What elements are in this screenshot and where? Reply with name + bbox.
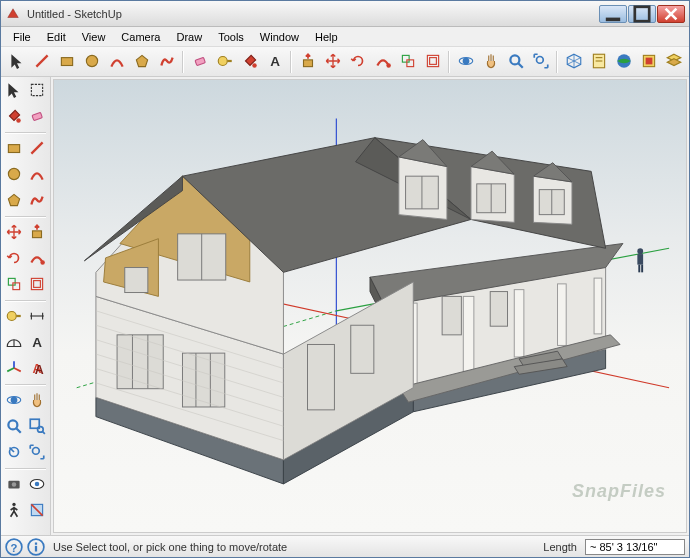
orbit-button[interactable] — [454, 50, 477, 74]
push-pull-button[interactable] — [27, 221, 49, 245]
axes-button[interactable] — [3, 357, 25, 381]
menu-window[interactable]: Window — [252, 29, 307, 45]
svg-rect-0 — [606, 17, 620, 21]
tape-measure-button[interactable] — [3, 305, 25, 329]
pan-button[interactable] — [479, 50, 502, 74]
component-button[interactable] — [637, 50, 660, 74]
text-icon: A — [266, 52, 284, 72]
toolbar-row — [3, 163, 48, 187]
info-icon[interactable] — [27, 538, 45, 556]
rotate-button[interactable] — [346, 50, 369, 74]
get-models-button[interactable] — [612, 50, 635, 74]
make-component-button[interactable] — [27, 79, 49, 103]
svg-rect-135 — [35, 542, 37, 544]
toolbar-row — [3, 305, 48, 329]
length-input[interactable] — [585, 539, 685, 555]
menu-tools[interactable]: Tools — [210, 29, 252, 45]
toolbar-row — [3, 441, 48, 465]
follow-me-button[interactable] — [371, 50, 394, 74]
window-title: Untitled - SketchUp — [27, 8, 599, 20]
paint-bucket-button[interactable] — [3, 105, 25, 129]
eraser-button[interactable] — [188, 50, 211, 74]
rectangle-button[interactable] — [3, 137, 25, 161]
line-icon — [28, 139, 46, 159]
body: AAA — [1, 77, 689, 535]
3d-text-icon: AA — [28, 359, 46, 379]
protractor-button[interactable] — [3, 331, 25, 355]
text-button[interactable]: A — [263, 50, 286, 74]
section-plane-button[interactable] — [27, 499, 49, 523]
model-info-button[interactable] — [587, 50, 610, 74]
freehand-button[interactable] — [27, 189, 49, 213]
previous-view-button[interactable] — [3, 441, 25, 465]
minimize-button[interactable] — [599, 5, 627, 23]
arc-button[interactable] — [27, 163, 49, 187]
zoom-extents-button[interactable] — [529, 50, 552, 74]
iso-view-button[interactable] — [562, 50, 585, 74]
position-camera-button[interactable] — [3, 473, 25, 497]
menu-edit[interactable]: Edit — [39, 29, 74, 45]
layers-button[interactable] — [662, 50, 685, 74]
push-pull-button[interactable] — [296, 50, 319, 74]
arc-button[interactable] — [105, 50, 128, 74]
circle-button[interactable] — [3, 163, 25, 187]
scale-button[interactable] — [3, 273, 25, 297]
offset-button[interactable] — [27, 273, 49, 297]
move-button[interactable] — [3, 221, 25, 245]
eraser-button[interactable] — [27, 105, 49, 129]
tape-measure-button[interactable] — [213, 50, 236, 74]
text-button[interactable]: A — [27, 331, 49, 355]
svg-rect-3 — [61, 57, 72, 65]
line-button[interactable] — [30, 50, 53, 74]
svg-rect-115 — [182, 353, 224, 407]
line-button[interactable] — [27, 137, 49, 161]
iso-view-icon — [565, 52, 583, 72]
help-icon[interactable]: ? — [5, 538, 23, 556]
menu-camera[interactable]: Camera — [113, 29, 168, 45]
walk-button[interactable] — [3, 499, 25, 523]
scale-button[interactable] — [396, 50, 419, 74]
follow-me-icon — [374, 52, 392, 72]
get-models-icon — [615, 52, 633, 72]
look-around-button[interactable] — [27, 473, 49, 497]
eraser-icon — [191, 52, 209, 72]
zoom-window-button[interactable] — [27, 415, 49, 439]
freehand-button[interactable] — [155, 50, 178, 74]
3d-text-button[interactable]: AA — [27, 357, 49, 381]
maximize-button[interactable] — [628, 5, 656, 23]
window-controls — [599, 5, 685, 23]
menu-help[interactable]: Help — [307, 29, 346, 45]
pan-button[interactable] — [27, 389, 49, 413]
close-button[interactable] — [657, 5, 685, 23]
orbit-button[interactable] — [3, 389, 25, 413]
viewport-3d[interactable]: SnapFiles — [53, 79, 687, 533]
zoom-button[interactable] — [504, 50, 527, 74]
zoom-extents-icon — [532, 52, 550, 72]
toolbar-left: AAA — [1, 77, 51, 535]
move-button[interactable] — [321, 50, 344, 74]
rectangle-button[interactable] — [55, 50, 78, 74]
select-arrow-button[interactable] — [5, 50, 28, 74]
follow-me-button[interactable] — [27, 247, 49, 271]
svg-rect-28 — [645, 57, 652, 64]
svg-point-68 — [35, 482, 40, 487]
offset-button[interactable] — [421, 50, 444, 74]
zoom-extents-button[interactable] — [27, 441, 49, 465]
select-arrow-button[interactable] — [3, 79, 25, 103]
circle-button[interactable] — [80, 50, 103, 74]
toolbar-separator — [182, 51, 184, 73]
svg-point-44 — [7, 312, 16, 321]
menu-view[interactable]: View — [74, 29, 114, 45]
polygon-button[interactable] — [3, 189, 25, 213]
polygon-button[interactable] — [130, 50, 153, 74]
rotate-button[interactable] — [3, 247, 25, 271]
svg-point-66 — [12, 482, 17, 487]
zoom-button[interactable] — [3, 415, 25, 439]
dimension-button[interactable] — [27, 305, 49, 329]
paint-bucket-button[interactable] — [238, 50, 261, 74]
svg-rect-75 — [641, 265, 643, 273]
menu-file[interactable]: File — [5, 29, 39, 45]
menu-draw[interactable]: Draw — [168, 29, 210, 45]
svg-line-2 — [36, 55, 47, 66]
zoom-extents-icon — [28, 443, 46, 463]
